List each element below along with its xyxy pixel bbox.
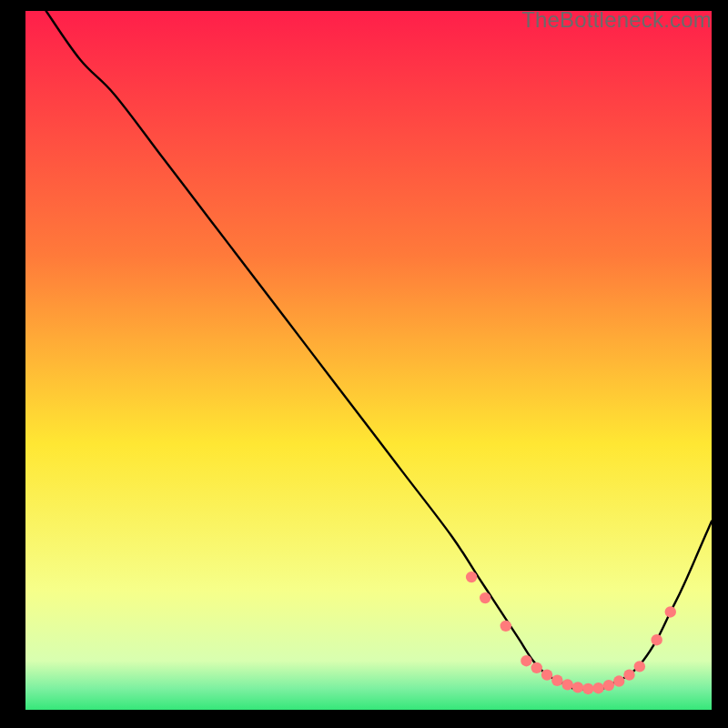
marker-dot [623, 669, 634, 680]
marker-dot [634, 661, 645, 672]
marker-dot [651, 634, 662, 645]
marker-dot [541, 669, 552, 680]
marker-dot [603, 680, 614, 691]
marker-dot [466, 571, 477, 582]
marker-dot [561, 679, 572, 690]
marker-dot [613, 675, 624, 686]
marker-dot [500, 621, 511, 632]
gradient-background [25, 11, 712, 710]
marker-dot [572, 682, 583, 693]
bottleneck-plot [25, 11, 712, 710]
marker-dot [592, 682, 603, 693]
marker-dot [531, 662, 542, 673]
marker-dot [480, 592, 490, 603]
chart-frame [25, 11, 712, 710]
marker-dot [521, 655, 531, 666]
watermark-text: TheBottleneck.com [521, 7, 712, 33]
marker-dot [665, 606, 676, 617]
marker-dot [551, 675, 562, 686]
marker-dot [582, 683, 593, 694]
